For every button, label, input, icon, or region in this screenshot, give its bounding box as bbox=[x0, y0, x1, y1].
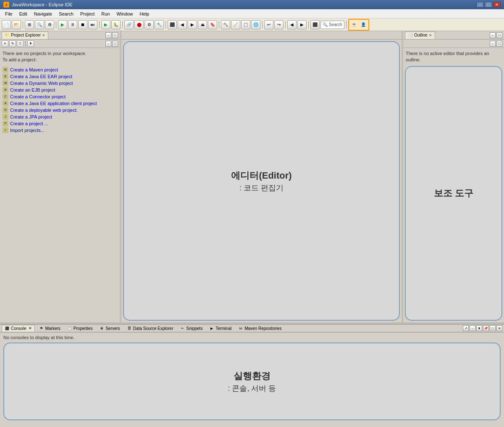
tb-undo-button[interactable]: ↩ bbox=[264, 20, 273, 29]
jpa-icon: J bbox=[3, 114, 8, 120]
console-tab-maven[interactable]: M Maven Repositories bbox=[236, 325, 284, 331]
pe-maximize-btn[interactable]: □ bbox=[112, 32, 118, 38]
link-connector[interactable]: C Create a Connector project bbox=[3, 94, 117, 100]
outline-tool-label: 보조 도구 bbox=[434, 186, 473, 200]
tb-redo-button[interactable]: ↪ bbox=[274, 20, 284, 29]
pe-sync-btn[interactable]: ↻ bbox=[9, 40, 16, 47]
project-explorer-tab[interactable]: 📁 Project Explorer ✕ bbox=[2, 32, 48, 39]
ejb-icon: B bbox=[3, 87, 8, 93]
console-close-btn[interactable]: ✕ bbox=[496, 325, 502, 331]
console-tab-properties[interactable]: 📋 Properties bbox=[65, 325, 95, 331]
console-close[interactable]: ✕ bbox=[29, 326, 32, 330]
tb-run-button[interactable]: ▶ bbox=[101, 20, 110, 29]
tb-btn6[interactable]: ⏸ bbox=[68, 20, 77, 29]
link-javaee-client[interactable]: A Create a Java EE application client pr… bbox=[3, 100, 117, 106]
tb-btn10[interactable]: ⬤ bbox=[134, 20, 144, 29]
tb-btn2[interactable]: ⊞ bbox=[25, 20, 34, 29]
console-tab-datasource[interactable]: 🗄 Data Source Explorer bbox=[124, 325, 176, 331]
ol-min2[interactable]: – bbox=[490, 41, 496, 47]
outline-close[interactable]: ✕ bbox=[429, 33, 432, 37]
tb-new-button[interactable]: 📄 bbox=[2, 20, 11, 29]
link-dynamic-web[interactable]: W Create a Dynamic Web project bbox=[3, 80, 117, 86]
project-explorer-icon: 📁 bbox=[5, 33, 10, 37]
menu-project[interactable]: Project bbox=[77, 11, 98, 17]
console-pin-btn[interactable]: 📌 bbox=[483, 325, 489, 331]
pe-collapse-btn[interactable]: ≡ bbox=[2, 40, 8, 47]
link-deployable-web[interactable]: D Create a deployable web project. bbox=[3, 107, 117, 113]
tb-btn21[interactable]: 🌐 bbox=[251, 20, 260, 29]
console-dropdown-btn[interactable]: ▼ bbox=[476, 325, 482, 331]
tb-maximize-button[interactable]: ⬛ bbox=[310, 20, 320, 29]
tb-btn9[interactable]: 🔗 bbox=[124, 20, 134, 29]
tb-btn20[interactable]: 📋 bbox=[241, 20, 250, 29]
menu-run[interactable]: Run bbox=[98, 11, 113, 17]
terminal-label: Terminal bbox=[215, 326, 231, 331]
tb-btn11[interactable]: ⚙ bbox=[144, 20, 154, 29]
tb-btn8[interactable]: ⏭ bbox=[88, 20, 97, 29]
menu-window[interactable]: Window bbox=[113, 11, 136, 17]
tb-btn22[interactable]: ◀ bbox=[287, 20, 297, 29]
tb-perspective-java[interactable]: ☕ bbox=[349, 20, 359, 29]
pe-minimize-btn[interactable]: – bbox=[105, 32, 111, 38]
tb-btn12[interactable]: 🔧 bbox=[155, 20, 164, 29]
pe-min2[interactable]: – bbox=[105, 41, 111, 47]
tb-btn14[interactable]: ◀ bbox=[178, 20, 187, 29]
maximize-button[interactable]: □ bbox=[485, 2, 492, 8]
tb-btn3[interactable]: 🔍 bbox=[35, 20, 44, 29]
ol-minimize[interactable]: – bbox=[490, 32, 496, 38]
perspective-buttons: ☕ 👤 bbox=[348, 19, 369, 31]
outline-content: 보조 도구 bbox=[403, 66, 504, 322]
ol-maximize[interactable]: □ bbox=[496, 32, 502, 38]
console-max-btn[interactable]: □ bbox=[490, 325, 496, 331]
tb-open-button[interactable]: 📂 bbox=[12, 20, 21, 29]
pe-menu-btn[interactable]: ▼ bbox=[27, 40, 34, 47]
menu-file[interactable]: File bbox=[2, 11, 16, 17]
console-open-btn[interactable]: ↗ bbox=[463, 325, 469, 331]
console-tab-snippets[interactable]: ✂ Snippets bbox=[177, 325, 205, 331]
menu-edit[interactable]: Edit bbox=[16, 11, 31, 17]
tb-btn18[interactable]: 🔨 bbox=[221, 20, 230, 29]
ol-max2[interactable]: □ bbox=[496, 41, 502, 47]
outline-tab[interactable]: ⬜ Outline ✕ bbox=[405, 32, 435, 39]
pe-filter-btn[interactable]: ▽ bbox=[17, 40, 24, 47]
tb-btn19[interactable]: 🧹 bbox=[231, 20, 240, 29]
tb-perspective-alt[interactable]: 👤 bbox=[359, 20, 368, 29]
link-import[interactable]: I Import projects... bbox=[3, 127, 117, 133]
link-javaee-ear[interactable]: E Create a Java EE EAR project bbox=[3, 74, 117, 79]
tb-btn23[interactable]: ▶ bbox=[297, 20, 307, 29]
console-tab-console[interactable]: ⬛ Console ✕ bbox=[2, 325, 35, 332]
console-min-btn[interactable]: – bbox=[470, 325, 475, 331]
menu-navigate[interactable]: Navigate bbox=[31, 11, 55, 17]
tb-debug-button[interactable]: 🐛 bbox=[111, 20, 121, 29]
close-button[interactable]: ✕ bbox=[493, 2, 501, 8]
project-explorer-close[interactable]: ✕ bbox=[42, 33, 45, 37]
top-area: 📁 Project Explorer ✕ – □ ≡ ↻ ▽ ▼ – □ bbox=[0, 31, 504, 322]
tb-btn4[interactable]: ⚙ bbox=[45, 20, 54, 29]
link-javaee-client-text: Create a Java EE application client proj… bbox=[10, 101, 97, 106]
console-content: No consoles to display at this time. 실행환… bbox=[0, 332, 504, 427]
minimize-button[interactable]: – bbox=[476, 2, 484, 8]
console-tab-terminal[interactable]: ▶ Terminal bbox=[207, 325, 234, 331]
link-maven[interactable]: M Create a Maven project bbox=[3, 67, 117, 73]
editor-tabs bbox=[121, 31, 402, 40]
menu-help[interactable]: Help bbox=[136, 11, 153, 17]
console-tab-servers[interactable]: 🖥 Servers bbox=[97, 325, 122, 331]
search-bar[interactable]: 🔍 Search bbox=[320, 21, 344, 29]
tb-btn15[interactable]: ▶ bbox=[188, 20, 197, 29]
link-project[interactable]: P Create a project ... bbox=[3, 121, 117, 127]
menu-search[interactable]: Search bbox=[55, 11, 77, 17]
link-javaee-ear-text: Create a Java EE EAR project bbox=[10, 74, 72, 79]
tb-btn17[interactable]: 🔖 bbox=[208, 20, 217, 29]
tb-btn13[interactable]: ⬛ bbox=[168, 20, 177, 29]
tb-btn16[interactable]: ⏏ bbox=[198, 20, 207, 29]
console-run-label: 실행환경 bbox=[234, 369, 270, 383]
markers-label: Markers bbox=[45, 326, 60, 331]
link-jpa[interactable]: J Create a JPA project bbox=[3, 114, 117, 120]
pe-max2[interactable]: □ bbox=[112, 41, 118, 47]
console-tab-markers[interactable]: ⚑ Markers bbox=[37, 325, 63, 331]
link-ejb[interactable]: B Create an EJB project bbox=[3, 87, 117, 93]
tb-btn5[interactable]: ▶ bbox=[58, 20, 67, 29]
console-box: 실행환경 : 콘솔, 서버 등 bbox=[3, 343, 501, 420]
tb-btn7[interactable]: ⏹ bbox=[78, 20, 87, 29]
link-deployable-web-text: Create a deployable web project. bbox=[10, 108, 78, 113]
